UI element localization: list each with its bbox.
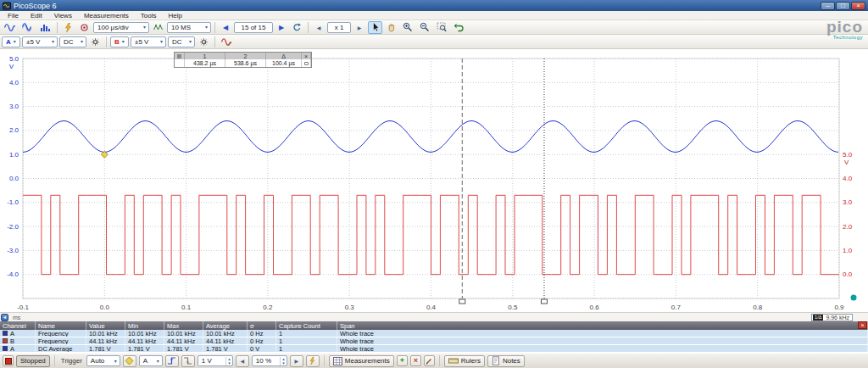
buffer-position[interactable]: 15 of 15 <box>234 22 273 33</box>
trigger-mode-select[interactable]: Auto ▾ <box>86 355 120 366</box>
toolbar-separator <box>324 355 325 366</box>
marquee-zoom-icon <box>437 22 447 32</box>
axis-tick-label: 3.0 <box>9 103 19 110</box>
menu-measurements[interactable]: Measurements <box>78 11 135 20</box>
measurement-span: Whole trace <box>337 345 868 352</box>
table-row[interactable]: A DC Average 1.781 V 1.781 V 1.781 V 1.7… <box>0 345 868 353</box>
marquee-zoom-tool-button[interactable] <box>434 21 449 34</box>
scope-trace-icon <box>4 23 15 32</box>
time-ruler-handle[interactable] <box>541 299 547 304</box>
table-row[interactable]: B Frequency 44.11 kHz 44.11 kHz 44.11 kH… <box>0 337 868 345</box>
hand-tool-button[interactable] <box>384 21 398 34</box>
add-measurement-button[interactable]: + <box>397 355 408 366</box>
trigger-level-input[interactable]: 1 V ▴▾ <box>198 355 233 366</box>
pretrigger-right-button[interactable]: ▶ <box>290 355 303 367</box>
buffer-next-button[interactable]: ▶ <box>275 21 288 34</box>
ruler-legend-header-delta: Δ <box>266 53 302 59</box>
menu-edit[interactable]: Edit <box>25 11 48 20</box>
ruler-frequency-box: 1/Δ 9.96 kHz <box>811 314 853 321</box>
math-channels-button[interactable] <box>219 36 235 48</box>
menu-views[interactable]: Views <box>48 11 78 20</box>
toolbar-separator <box>106 36 107 47</box>
capture-status-button[interactable]: Stopped <box>16 355 50 367</box>
scope-plot[interactable]: 5.04.03.02.01.00.0-1.0-2.0-3.0-4.0V5.04.… <box>0 49 868 312</box>
probe-setup-button[interactable] <box>77 21 92 34</box>
menu-help[interactable]: Help <box>163 11 188 20</box>
quick-trigger-button[interactable] <box>306 355 320 367</box>
buffer-overview-button[interactable] <box>290 21 304 34</box>
zoom-out-tool-button[interactable] <box>417 21 432 34</box>
menu-file[interactable]: File <box>2 11 25 20</box>
scope-view-button[interactable] <box>2 21 18 34</box>
spectrum-view-button[interactable] <box>37 21 53 34</box>
axis-tick-label: 2.0 <box>843 223 853 231</box>
measurements-button[interactable]: Measurements <box>329 355 394 367</box>
measurement-value: 1.781 V <box>86 345 125 352</box>
channel-b-coupling-select[interactable]: DC ▾ <box>168 36 195 47</box>
zoom-in-tool-button[interactable] <box>400 21 415 34</box>
measurement-max: 1.781 V <box>164 345 203 352</box>
samples-select[interactable]: 10 MS ▾ <box>167 22 211 33</box>
measurement-capture-count: 1 <box>276 330 337 337</box>
channel-a-select[interactable]: A ▾ <box>2 36 20 47</box>
chevron-down-icon: ▾ <box>160 39 163 44</box>
timebase-select[interactable]: 100 µs/div ▾ <box>93 22 149 33</box>
channel-b-select[interactable]: B ▾ <box>110 36 129 47</box>
samples-icon <box>153 23 163 32</box>
ruler-legend-header-2: 2 <box>225 53 266 59</box>
zoom-increase-button[interactable]: ▶ <box>353 21 366 34</box>
spinner-arrows[interactable]: ▴▾ <box>225 357 232 365</box>
axis-tick-label: 5.0 <box>9 55 19 63</box>
minimize-button[interactable]: – <box>821 2 835 10</box>
zoom-decrease-button[interactable]: ◀ <box>312 21 326 34</box>
delete-measurement-button[interactable]: × <box>410 355 421 366</box>
undo-arrow-icon <box>453 22 464 32</box>
table-grid-icon <box>333 357 342 365</box>
ruler-delta-value: 100.4 µs <box>266 59 302 67</box>
menu-tools[interactable]: Tools <box>135 11 163 20</box>
ruler-lock-cell[interactable] <box>302 59 311 67</box>
close-button[interactable]: × <box>851 2 865 10</box>
axis-tick-label: 0.0 <box>843 270 853 278</box>
undo-zoom-button[interactable] <box>451 21 466 34</box>
channel-b-range-select[interactable]: ±5 V ▾ <box>131 36 166 47</box>
pretrigger-left-button[interactable]: ◀ <box>236 355 249 367</box>
zoom-factor[interactable]: x 1 <box>327 22 351 33</box>
time-ruler-handle[interactable] <box>459 299 465 304</box>
buffer-previous-button[interactable]: ◀ <box>219 21 232 34</box>
rising-edge-button[interactable] <box>165 355 179 367</box>
measurement-channel: A <box>0 330 36 337</box>
channel-a-options-button[interactable] <box>88 36 103 48</box>
trigger-source-select[interactable]: A ▾ <box>139 355 163 366</box>
channel-a-coupling: DC <box>64 38 78 46</box>
channel-a-range-select[interactable]: ±5 V ▾ <box>22 36 58 47</box>
persistence-view-button[interactable] <box>19 21 36 34</box>
measurement-min: 1.781 V <box>125 345 164 352</box>
measurements-close-button[interactable]: × <box>858 321 867 329</box>
spinner-arrows[interactable]: ▴▾ <box>280 357 287 365</box>
chevron-down-icon: ▾ <box>205 25 208 30</box>
ruler-legend-close-button[interactable]: × <box>302 53 311 59</box>
stop-start-button[interactable] <box>3 355 14 366</box>
gear-icon <box>199 37 209 47</box>
channel-b-options-button[interactable] <box>197 36 211 48</box>
rulers-button[interactable]: Rulers <box>444 355 485 367</box>
axis-tick-label: 0.1 <box>181 304 192 311</box>
signal-generator-button[interactable] <box>61 21 75 34</box>
toolbar-separator <box>54 355 55 366</box>
trigger-marker-button[interactable] <box>123 355 136 367</box>
maximize-button[interactable]: □ <box>836 2 850 10</box>
pointer-tool-button[interactable] <box>368 21 382 34</box>
channel-a-coupling-select[interactable]: DC ▾ <box>59 36 86 47</box>
measurement-capture-count: 1 <box>276 345 337 352</box>
table-row[interactable]: A Frequency 10.01 kHz 10.01 kHz 10.01 kH… <box>0 330 868 337</box>
notes-button[interactable]: Notes <box>487 355 525 367</box>
ruler-legend-row-icon <box>175 59 185 67</box>
measurement-span: Whole trace <box>337 337 868 344</box>
axis-tick-label: 0.0 <box>9 175 19 182</box>
collapse-panel-button[interactable]: ◂ <box>1 314 8 321</box>
pretrigger-input[interactable]: 10 % ▴▾ <box>252 355 287 366</box>
edit-measurement-button[interactable] <box>424 355 435 366</box>
falling-edge-button[interactable] <box>181 355 195 367</box>
sampling-options-button[interactable] <box>151 21 165 34</box>
